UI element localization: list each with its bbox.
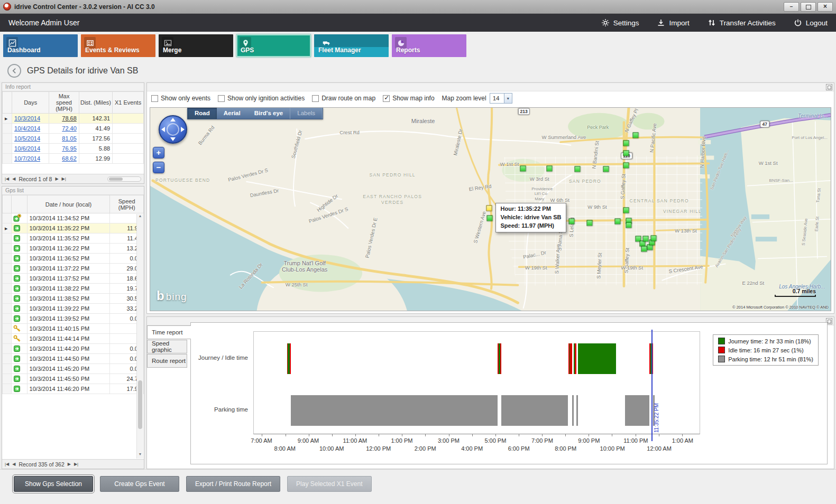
- tab-speed-graphic[interactable]: Speed graphic: [147, 340, 187, 353]
- max-speed-link[interactable]: 72.40: [49, 124, 79, 134]
- minimize-button[interactable]: [784, 2, 799, 12]
- checkbox-icon[interactable]: [312, 95, 319, 102]
- gps-list-row[interactable]: 10/3/2014 11:37:52 PM 18.63: [3, 274, 144, 284]
- map-option-checkbox[interactable]: Draw route on map: [312, 95, 375, 102]
- day-link[interactable]: 10/7/2014: [12, 154, 49, 164]
- vehicle-marker[interactable]: [641, 246, 647, 251]
- record-scrollbar[interactable]: [107, 176, 141, 182]
- map-option-checkbox[interactable]: Show only ignition activities: [218, 95, 305, 102]
- vehicle-marker[interactable]: [587, 220, 593, 226]
- scroll-down-icon[interactable]: ▼: [137, 452, 143, 459]
- map-option-checkbox[interactable]: Show map info: [383, 95, 434, 102]
- scrollbar-thumb[interactable]: [138, 380, 142, 430]
- map-zoom-select[interactable]: 14: [490, 93, 512, 104]
- scrollbar-thumb[interactable]: [109, 178, 123, 181]
- vehicle-marker[interactable]: [575, 166, 581, 172]
- previous-record-button[interactable]: [12, 462, 15, 466]
- first-record-button[interactable]: [5, 462, 9, 466]
- day-link[interactable]: 10/4/2014: [12, 124, 49, 134]
- gps-list-row[interactable]: 10/3/2014 11:40:15 PM: [3, 324, 144, 334]
- col-max-speed[interactable]: Max speed (MPH): [49, 92, 79, 114]
- tab-events-reviews[interactable]: Events & Reviews: [81, 34, 155, 57]
- checkbox-icon[interactable]: [218, 95, 225, 102]
- footer-button[interactable]: Create Gps Event: [100, 476, 179, 492]
- info-report-row[interactable]: 10/5/2014 81.05 172.56: [3, 134, 144, 144]
- back-button[interactable]: [7, 64, 21, 78]
- vehicle-marker[interactable]: [615, 218, 621, 224]
- vehicle-marker[interactable]: [603, 166, 609, 172]
- footer-button[interactable]: Export / Print Route Report: [186, 476, 280, 492]
- gps-list-row[interactable]: 10/3/2014 11:39:52 PM 0.00: [3, 314, 144, 324]
- max-speed-link[interactable]: 68.62: [49, 154, 79, 164]
- last-record-button[interactable]: [62, 176, 66, 181]
- day-link[interactable]: 10/3/2014: [12, 114, 49, 124]
- info-report-row[interactable]: 10/3/2014 78.68 142.31: [3, 114, 144, 124]
- gps-list-row[interactable]: 10/3/2014 11:44:20 PM 0.00: [3, 344, 144, 354]
- previous-record-button[interactable]: [12, 176, 15, 181]
- settings-button[interactable]: Settings: [601, 18, 639, 27]
- next-record-button[interactable]: [55, 176, 58, 181]
- transfer-activities-button[interactable]: Transfer Activities: [708, 18, 776, 27]
- vehicle-marker[interactable]: [651, 235, 657, 241]
- day-link[interactable]: 10/6/2014: [12, 144, 49, 154]
- scroll-up-icon[interactable]: ▲: [137, 214, 143, 220]
- vehicle-marker[interactable]: [642, 236, 648, 242]
- last-record-button[interactable]: [74, 462, 78, 466]
- vehicle-marker[interactable]: [623, 140, 629, 146]
- gps-list-row[interactable]: 10/3/2014 11:36:52 PM 0.00: [3, 254, 144, 264]
- vehicle-marker[interactable]: [623, 163, 629, 169]
- tab-dashboard[interactable]: Dashboard: [3, 34, 78, 57]
- gps-list-row[interactable]: 10/3/2014 11:39:22 PM 33.21: [3, 304, 144, 314]
- checkbox-icon[interactable]: [151, 95, 158, 102]
- chevron-down-icon[interactable]: [504, 94, 512, 103]
- gps-list-row[interactable]: 10/3/2014 11:36:22 PM 13.28: [3, 244, 144, 254]
- gps-list-row[interactable]: 10/3/2014 11:44:50 PM 0.00: [3, 354, 144, 364]
- logout-button[interactable]: Logout: [794, 18, 828, 27]
- vehicle-marker[interactable]: [626, 222, 631, 228]
- gps-list-row[interactable]: 10/3/2014 11:38:22 PM 19.70: [3, 284, 144, 294]
- maximize-button[interactable]: [801, 2, 816, 12]
- vehicle-marker[interactable]: [487, 215, 493, 221]
- gps-list-row[interactable]: 10/3/2014 11:37:22 PM 29.05: [3, 264, 144, 274]
- tab-time-report[interactable]: Time report: [147, 325, 191, 339]
- col-speed[interactable]: Speed (MPH): [110, 195, 144, 213]
- gps-list-row[interactable]: 10/3/2014 11:45:20 PM 0.00: [3, 364, 144, 374]
- close-button[interactable]: [817, 2, 833, 12]
- gps-list-row[interactable]: 10/3/2014 11:35:52 PM 11.47: [3, 234, 144, 244]
- import-button[interactable]: Import: [657, 18, 689, 27]
- tab-reports[interactable]: Reports: [392, 34, 466, 57]
- collapse-map-panel-button[interactable]: [826, 84, 832, 90]
- footer-button[interactable]: Play Selected X1 Event: [287, 476, 371, 492]
- next-record-button[interactable]: [68, 462, 71, 466]
- footer-button[interactable]: Show Gps Selection: [14, 476, 93, 492]
- gps-list-row[interactable]: 10/3/2014 11:34:52 PM: [3, 213, 144, 223]
- gps-list-row[interactable]: 10/3/2014 11:46:20 PM 17.93: [3, 384, 144, 394]
- gps-list-row[interactable]: 10/3/2014 11:45:50 PM 24.75: [3, 374, 144, 384]
- col-dist[interactable]: Dist. (Miles): [79, 92, 112, 114]
- col-date-hour[interactable]: Date / hour (local): [27, 195, 110, 213]
- checkbox-icon[interactable]: [383, 95, 390, 102]
- bing-map[interactable]: Road Aerial Bird's eye Labels: [150, 107, 831, 311]
- vehicle-marker[interactable]: [568, 218, 574, 224]
- info-report-row[interactable]: 10/4/2014 72.40 41.49: [3, 124, 144, 134]
- max-speed-link[interactable]: 81.05: [49, 134, 79, 144]
- tab-fleet-manager[interactable]: Fleet Manager: [314, 34, 389, 57]
- first-record-button[interactable]: [5, 176, 9, 181]
- vehicle-marker[interactable]: [623, 150, 629, 156]
- time-chart-plot[interactable]: 11:35:22 PM: [253, 331, 700, 434]
- tab-merge[interactable]: Merge: [159, 34, 233, 57]
- tab-gps[interactable]: GPS: [236, 34, 311, 57]
- gps-list-row[interactable]: 10/3/2014 11:35:22 PM 11.97: [3, 223, 144, 234]
- tab-route-report[interactable]: Route report: [147, 354, 187, 368]
- info-report-row[interactable]: 10/6/2014 76.95 5.88: [3, 144, 144, 154]
- vehicle-marker[interactable]: [520, 166, 526, 172]
- map-option-checkbox[interactable]: Show only events: [151, 95, 210, 102]
- vehicle-marker[interactable]: [547, 166, 553, 172]
- selected-vehicle-marker[interactable]: [486, 206, 492, 211]
- info-report-row[interactable]: 10/7/2014 68.62 12.99: [3, 154, 144, 164]
- max-speed-link[interactable]: 78.68: [49, 114, 79, 124]
- gps-list-scrollbar[interactable]: ▲ ▼: [136, 214, 143, 459]
- gps-list-row[interactable]: 10/3/2014 11:44:14 PM: [3, 334, 144, 344]
- time-cursor[interactable]: [651, 330, 653, 441]
- gps-list-row[interactable]: 10/3/2014 11:38:52 PM 30.55: [3, 294, 144, 304]
